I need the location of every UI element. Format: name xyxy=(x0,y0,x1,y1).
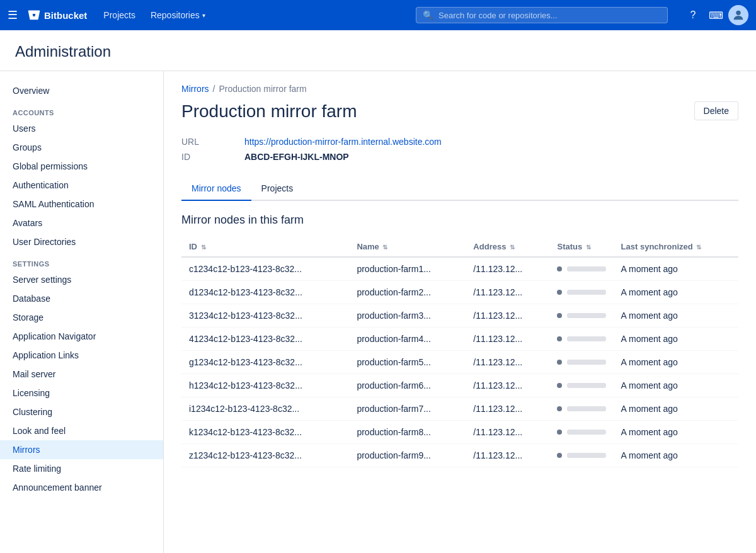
status-bar-fill xyxy=(567,430,605,435)
cell-last-sync: A moment ago xyxy=(614,281,738,304)
status-indicator xyxy=(557,336,562,341)
cell-name: production-farm1... xyxy=(349,257,466,281)
status-bar xyxy=(567,290,605,295)
nav-projects[interactable]: Projects xyxy=(97,6,142,24)
bitbucket-logo[interactable]: Bitbucket xyxy=(28,9,87,21)
sidebar-item-application-navigator[interactable]: Application Navigator xyxy=(0,327,163,346)
content-title-row: Production mirror farm Delete xyxy=(181,101,738,122)
cell-address: /11.123.12... xyxy=(466,328,549,351)
status-bar xyxy=(567,430,605,435)
sidebar-item-rate-limiting[interactable]: Rate limiting xyxy=(0,459,163,478)
search-bar[interactable]: 🔍 xyxy=(416,7,668,23)
status-indicator xyxy=(557,383,562,388)
nav-repositories-dropdown[interactable]: Repositories ▾ xyxy=(144,6,212,24)
status-indicator xyxy=(557,406,562,411)
keyboard-shortcuts-icon-button[interactable]: ⌨ xyxy=(706,5,726,25)
url-link[interactable]: https://production-mirror-farm.internal.… xyxy=(244,137,442,147)
section-title: Mirror nodes in this farm xyxy=(181,214,738,227)
bitbucket-logo-icon xyxy=(28,9,40,21)
status-bar-fill xyxy=(567,453,605,458)
cell-name: production-farm4... xyxy=(349,328,466,351)
main-layout: Overview ACCOUNTS Users Groups Global pe… xyxy=(0,71,756,553)
sort-icon-last-synchronized: ⇅ xyxy=(696,244,701,251)
cell-id: g1234c12-b123-4123-8c32... xyxy=(181,351,349,374)
status-bar-fill xyxy=(567,383,605,388)
id-label: ID xyxy=(181,152,232,162)
sidebar-item-server-settings[interactable]: Server settings xyxy=(0,270,163,289)
cell-id: 41234c12-b123-4123-8c32... xyxy=(181,328,349,351)
cell-status xyxy=(549,281,613,304)
cell-id: 31234c12-b123-4123-8c32... xyxy=(181,304,349,328)
search-input[interactable] xyxy=(438,11,661,20)
cell-name: production-farm8... xyxy=(349,421,466,444)
status-bar xyxy=(567,383,605,388)
sidebar-item-storage[interactable]: Storage xyxy=(0,308,163,327)
sidebar-item-clustering[interactable]: Clustering xyxy=(0,402,163,421)
sidebar-item-application-links[interactable]: Application Links xyxy=(0,346,163,365)
content-title: Production mirror farm xyxy=(181,101,357,122)
breadcrumb-separator: / xyxy=(213,84,215,94)
cell-address: /11.123.12... xyxy=(466,397,549,421)
cell-status xyxy=(549,397,613,421)
cell-name: production-farm5... xyxy=(349,351,466,374)
sidebar-item-look-and-feel[interactable]: Look and feel xyxy=(0,421,163,440)
sidebar-item-user-directories[interactable]: User Directories xyxy=(0,232,163,251)
cell-name: production-farm2... xyxy=(349,281,466,304)
status-bar-fill xyxy=(567,266,605,271)
cell-address: /11.123.12... xyxy=(466,351,549,374)
sidebar-item-users[interactable]: Users xyxy=(0,119,163,138)
page-title: Administration xyxy=(15,43,741,60)
col-address[interactable]: Address ⇅ xyxy=(466,237,549,257)
cell-status xyxy=(549,374,613,397)
avatar-icon xyxy=(731,8,745,22)
col-name[interactable]: Name ⇅ xyxy=(349,237,466,257)
user-avatar[interactable] xyxy=(728,5,748,25)
table-row: z1234c12-b123-4123-8c32... production-fa… xyxy=(181,444,738,467)
col-status[interactable]: Status ⇅ xyxy=(549,237,613,257)
status-bar xyxy=(567,406,605,411)
cell-id: d1234c12-b123-4123-8c32... xyxy=(181,281,349,304)
sidebar-item-global-permissions[interactable]: Global permissions xyxy=(0,157,163,176)
sidebar-item-authentication[interactable]: Authentication xyxy=(0,176,163,195)
cell-address: /11.123.12... xyxy=(466,421,549,444)
cell-last-sync: A moment ago xyxy=(614,421,738,444)
cell-name: production-farm6... xyxy=(349,374,466,397)
cell-status xyxy=(549,421,613,444)
delete-button[interactable]: Delete xyxy=(694,101,738,120)
sidebar-item-saml-authentication[interactable]: SAML Authentication xyxy=(0,195,163,214)
cell-id: k1234c12-b123-4123-8c32... xyxy=(181,421,349,444)
status-indicator xyxy=(557,360,562,365)
status-indicator xyxy=(557,430,562,435)
sidebar-item-overview[interactable]: Overview xyxy=(0,81,163,100)
cell-last-sync: A moment ago xyxy=(614,351,738,374)
sidebar-item-mail-server[interactable]: Mail server xyxy=(0,365,163,384)
id-value: ABCD-EFGH-IJKL-MNOP xyxy=(244,152,349,162)
sidebar-item-mirrors[interactable]: Mirrors xyxy=(0,440,163,459)
breadcrumb-mirrors-link[interactable]: Mirrors xyxy=(181,84,209,94)
table-header-row: ID ⇅ Name ⇅ Address ⇅ Status ⇅ xyxy=(181,237,738,257)
svg-point-0 xyxy=(736,11,740,15)
sidebar-item-avatars[interactable]: Avatars xyxy=(0,214,163,232)
col-id[interactable]: ID ⇅ xyxy=(181,237,349,257)
cell-last-sync: A moment ago xyxy=(614,257,738,281)
col-last-synchronized[interactable]: Last synchronized ⇅ xyxy=(614,237,738,257)
status-bar xyxy=(567,453,605,458)
sidebar-item-database[interactable]: Database xyxy=(0,289,163,308)
sidebar-item-licensing[interactable]: Licensing xyxy=(0,384,163,402)
url-row: URL https://production-mirror-farm.inter… xyxy=(181,134,738,149)
sort-icon-address: ⇅ xyxy=(510,244,515,251)
tab-mirror-nodes[interactable]: Mirror nodes xyxy=(181,177,251,201)
sidebar-item-announcement-banner[interactable]: Announcement banner xyxy=(0,478,163,497)
tab-projects[interactable]: Projects xyxy=(251,177,304,201)
sidebar: Overview ACCOUNTS Users Groups Global pe… xyxy=(0,71,164,553)
status-bar xyxy=(567,336,605,341)
sidebar-item-groups[interactable]: Groups xyxy=(0,138,163,157)
hamburger-menu-icon[interactable]: ☰ xyxy=(8,8,18,22)
table-row: i1234c12-b123-4123-8c32... production-fa… xyxy=(181,397,738,421)
id-row: ID ABCD-EFGH-IJKL-MNOP xyxy=(181,149,738,164)
table-row: c1234c12-b123-4123-8c32... production-fa… xyxy=(181,257,738,281)
cell-status xyxy=(549,351,613,374)
help-icon-button[interactable]: ? xyxy=(683,5,703,25)
cell-status xyxy=(549,444,613,467)
table-row: h1234c12-b123-4123-8c32... production-fa… xyxy=(181,374,738,397)
